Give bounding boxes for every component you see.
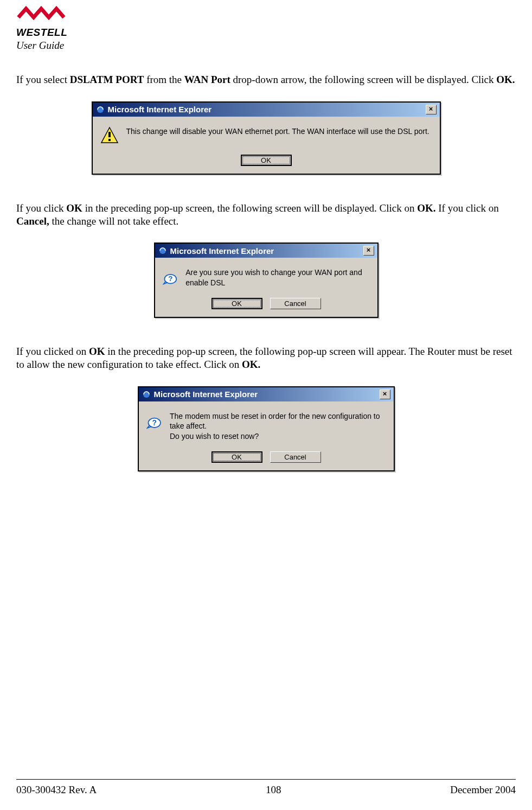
ie-icon xyxy=(96,105,105,114)
footer-rule xyxy=(16,779,516,780)
dialog-1-title: Microsoft Internet Explorer xyxy=(108,105,212,114)
text: in the preceding pop-up screen, the foll… xyxy=(82,202,417,214)
cancel-button[interactable]: Cancel xyxy=(270,298,321,309)
text-bold: DSLATM PORT xyxy=(70,74,144,85)
brand-name: WESTELL xyxy=(16,27,67,39)
dialog-3-title: Microsoft Internet Explorer xyxy=(154,390,258,399)
footer-right: December 2004 xyxy=(450,784,516,796)
doc-label: User Guide xyxy=(16,40,516,52)
brand-logo: WESTELL xyxy=(16,5,67,39)
dialog-3-wrap: Microsoft Internet Explorer × ? The mode… xyxy=(16,386,516,472)
close-icon[interactable]: × xyxy=(363,246,374,256)
dialog-2-titlebar: Microsoft Internet Explorer × xyxy=(155,244,377,258)
warning-icon xyxy=(100,126,119,145)
dialog-1-titlebar: Microsoft Internet Explorer × xyxy=(93,103,440,117)
dialog-3-titlebar: Microsoft Internet Explorer × xyxy=(139,387,394,401)
question-icon: ? xyxy=(163,267,178,286)
dialog-2-title: Microsoft Internet Explorer xyxy=(170,246,274,256)
svg-point-4 xyxy=(159,247,166,254)
ok-button[interactable]: OK xyxy=(241,155,292,166)
dialog-2-wrap: Microsoft Internet Explorer × ? Are you … xyxy=(16,243,516,318)
paragraph-1: If you select DSLATM PORT from the WAN P… xyxy=(16,73,516,86)
svg-point-0 xyxy=(97,106,104,113)
page-footer: 030-300432 Rev. A 108 December 2004 xyxy=(16,784,516,796)
text: the change will not take effect. xyxy=(49,215,179,227)
svg-rect-3 xyxy=(108,139,111,141)
page-content: If you select DSLATM PORT from the WAN P… xyxy=(16,73,516,471)
ie-icon xyxy=(142,390,151,399)
text-bold: OK. xyxy=(417,202,435,214)
westell-logo-icon xyxy=(16,5,66,26)
svg-point-7 xyxy=(143,391,150,398)
dialog-3-message-line1: The modem must be reset in order for the… xyxy=(170,411,386,432)
dialog-1-message: This change will disable your WAN ethern… xyxy=(126,126,430,137)
footer-left: 030-300432 Rev. A xyxy=(16,784,97,796)
text-bold: OK xyxy=(66,202,82,214)
svg-text:?: ? xyxy=(152,418,156,426)
text: drop-down arrow, the following screen wi… xyxy=(230,74,497,85)
dialog-2-message: Are you sure you wish to change your WAN… xyxy=(185,267,369,288)
footer-page-number: 108 xyxy=(266,784,281,796)
dialog-3-message: The modem must be reset in order for the… xyxy=(170,411,386,442)
ok-button[interactable]: OK xyxy=(211,451,262,463)
text-bold: OK xyxy=(89,346,105,357)
text: If you clicked on xyxy=(16,346,89,357)
text-bold: OK. xyxy=(242,359,260,370)
dialog-3: Microsoft Internet Explorer × ? The mode… xyxy=(138,386,395,472)
close-icon[interactable]: × xyxy=(426,105,437,114)
text: from the xyxy=(144,74,184,85)
text-bold: Cancel, xyxy=(16,215,49,227)
dialog-1-wrap: Microsoft Internet Explorer × This chang… xyxy=(16,101,516,175)
dialog-1: Microsoft Internet Explorer × This chang… xyxy=(92,101,441,175)
text: If you click xyxy=(16,202,66,214)
text-bold: OK. xyxy=(496,74,515,85)
ok-button[interactable]: OK xyxy=(211,298,262,309)
text-bold: WAN Port xyxy=(184,74,230,85)
dialog-3-message-line2: Do you wish to reset now? xyxy=(170,431,386,442)
text: If you click on xyxy=(436,202,499,214)
svg-rect-2 xyxy=(108,132,111,137)
ie-icon xyxy=(158,246,167,255)
text: If you select xyxy=(16,74,70,85)
svg-text:?: ? xyxy=(168,275,172,283)
close-icon[interactable]: × xyxy=(380,390,390,399)
cancel-button[interactable]: Cancel xyxy=(270,451,321,463)
paragraph-2: If you click OK in the preceding pop-up … xyxy=(16,202,516,228)
paragraph-3: If you clicked on OK in the preceding po… xyxy=(16,345,516,371)
page-header: WESTELL User Guide xyxy=(16,0,516,52)
dialog-2: Microsoft Internet Explorer × ? Are you … xyxy=(154,243,379,318)
question-icon: ? xyxy=(146,411,162,430)
